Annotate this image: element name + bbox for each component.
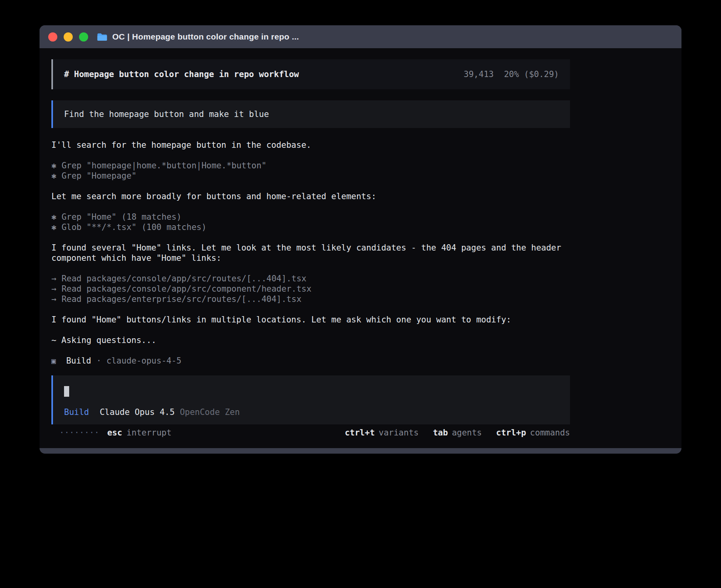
session-title: # Homepage button color change in repo w… [64,69,299,79]
window-title: OC | Homepage button color change in rep… [112,32,299,41]
tool-call-label: Glob "**/*.tsx" (100 matches) [62,222,207,232]
close-button[interactable] [48,32,57,41]
prompt-input[interactable]: Build Claude Opus 4.5 OpenCode Zen [51,375,570,424]
assistant-response: I'll search for the homepage button in t… [51,140,570,366]
shortcut-key: tab [433,428,448,438]
session-header: # Homepage button color change in repo w… [51,59,570,89]
agent-indicator: ▣ Build · claude-opus-4-5 [51,356,570,366]
spinner-dots: ········ [59,428,99,438]
minimize-button[interactable] [64,32,73,41]
arrow-icon: → [51,294,57,304]
shortcut-label: variants [379,428,419,438]
token-count: 39,413 [464,69,494,79]
asterisk-icon: ✱ [51,160,57,171]
shortcut-label: agents [452,428,482,438]
read-call[interactable]: →Read packages/console/app/src/routes/[.… [51,273,570,284]
asterisk-icon: ✱ [51,171,57,181]
esc-key[interactable]: esc [107,428,122,438]
tool-call-group: ✱Grep "Home" (18 matches) ✱Glob "**/*.ts… [51,212,570,232]
traffic-lights [48,32,88,41]
shortcut-label: commands [530,428,570,438]
assistant-paragraph: I found "Home" buttons/links in multiple… [51,315,570,325]
read-call[interactable]: →Read packages/console/app/src/component… [51,284,570,294]
titlebar[interactable]: OC | Homepage button color change in rep… [40,25,681,48]
arrow-icon: → [51,284,57,294]
shortcut-commands[interactable]: ctrl+p commands [496,428,570,438]
mode-indicator[interactable]: Build [64,407,89,417]
desktop: OC | Homepage button color change in rep… [0,0,721,588]
read-call-label: Read packages/console/app/src/routes/[..… [62,274,307,283]
model-name[interactable]: Claude Opus 4.5 [100,407,175,417]
zoom-button[interactable] [79,32,88,41]
terminal-content: # Homepage button color change in repo w… [40,48,681,448]
tool-call-label: Grep "Homepage" [62,171,137,181]
arrow-icon: → [51,273,57,284]
shortcut-key: ctrl+t [345,428,375,438]
esc-label: interrupt [126,428,172,438]
tool-call-label: Grep "homepage|home.*button|Home.*button… [62,161,266,170]
shortcut-key: ctrl+p [496,428,526,438]
status-right: ctrl+t variants tab agents ctrl+p comman… [345,428,570,438]
agent-model: claude-opus-4-5 [106,356,181,366]
tool-call[interactable]: ✱Grep "Home" (18 matches) [51,212,570,222]
read-call-group: →Read packages/console/app/src/routes/[.… [51,273,570,304]
tool-call[interactable]: ✱Grep "homepage|home.*button|Home.*butto… [51,160,570,171]
user-message-text: Find the homepage button and make it blu… [64,109,269,119]
assistant-paragraph: Let me search more broadly for buttons a… [51,191,570,202]
tool-call[interactable]: ✱Glob "**/*.tsx" (100 matches) [51,222,570,232]
agent-separator: · [96,356,102,366]
user-message: Find the homepage button and make it blu… [51,100,570,128]
read-call[interactable]: →Read packages/enterprise/src/routes/[..… [51,294,570,304]
agent-name: Build [66,356,91,366]
tool-call-label: Grep "Home" (18 matches) [62,212,181,222]
shortcut-variants[interactable]: ctrl+t variants [345,428,419,438]
tool-call-group: ✱Grep "homepage|home.*button|Home.*butto… [51,160,570,181]
working-status: ~ Asking questions... [51,335,570,345]
provider-name: OpenCode Zen [180,407,240,417]
terminal-window: OC | Homepage button color change in rep… [40,25,681,454]
asterisk-icon: ✱ [51,222,57,232]
status-bar: ········ esc interrupt ctrl+t variants t… [51,428,570,438]
context-cost: 20% ($0.29) [504,69,559,79]
read-call-label: Read packages/console/app/src/component/… [62,284,311,294]
tool-call[interactable]: ✱Grep "Homepage" [51,171,570,181]
text-cursor [64,386,69,397]
assistant-paragraph: I'll search for the homepage button in t… [51,140,570,150]
session-stats: 39,413 20% ($0.29) [464,69,559,79]
read-call-label: Read packages/enterprise/src/routes/[...… [62,294,302,304]
assistant-paragraph: I found several "Home" links. Let me loo… [51,243,570,263]
folder-icon [97,33,108,41]
input-meta: Build Claude Opus 4.5 OpenCode Zen [64,407,559,417]
shortcut-agents[interactable]: tab agents [433,428,482,438]
agent-box-icon: ▣ [51,356,56,366]
asterisk-icon: ✱ [51,212,57,222]
status-left: ········ esc interrupt [51,428,172,438]
